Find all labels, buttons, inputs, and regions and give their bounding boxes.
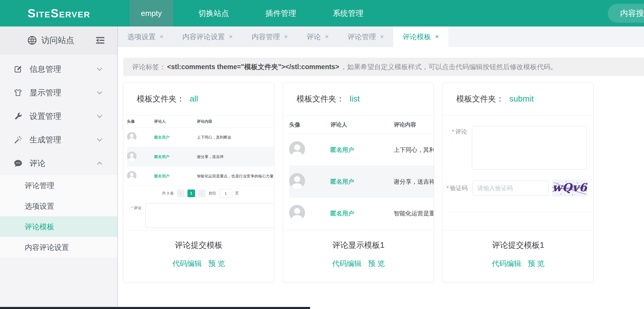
- next-page-button[interactable]: ›: [198, 190, 206, 197]
- comment-content: 上下同心，其利断金: [394, 146, 434, 154]
- comment-textarea[interactable]: [146, 203, 274, 228]
- commenter-name[interactable]: 匿名用户: [154, 135, 197, 140]
- captcha-image[interactable]: wQv6: [552, 180, 587, 197]
- preview-table-header: 头像 评论人 评论内容: [289, 115, 434, 134]
- nav-item-system-management[interactable]: 系统管理: [322, 0, 375, 26]
- tab-close-icon[interactable]: ×: [229, 33, 233, 41]
- stl-comments-tag: <stl:comments theme="模板文件夹"></stl:commen…: [167, 62, 339, 72]
- folder-label: 模板文件夹：: [137, 94, 185, 104]
- commenter-name[interactable]: 匿名用户: [330, 210, 394, 217]
- comment-form-row: *评论: [452, 126, 593, 170]
- card-header: 模板文件夹： submit: [443, 83, 593, 115]
- visit-site[interactable]: 访问站点: [0, 26, 117, 54]
- tab-comment-template[interactable]: 评论模板 ×: [393, 26, 448, 47]
- template-card-list: 模板文件夹： list 头像 评论人 评论内容 匿名用户 上下同心，其利断金: [283, 82, 434, 283]
- template-card-all: 模板文件夹： all 头像 评论人 评论内容 匿名用户 上下同心，其利断金: [123, 82, 274, 283]
- comment-content: 智能化运营是重点，也是行业竞争的核心力量: [197, 174, 274, 179]
- tab-label: 选项设置: [127, 32, 156, 41]
- commenter-name[interactable]: 匿名用户: [154, 154, 197, 160]
- avatar: [127, 132, 136, 142]
- wrench-icon: [13, 112, 23, 121]
- comment-content: 智能化运营是重点，也是行业竞争的核心力量: [394, 210, 434, 217]
- nav-item-empty[interactable]: empty: [130, 0, 173, 26]
- folder-value-link[interactable]: submit: [509, 94, 533, 104]
- sidebar-item-generate-management[interactable]: 生成管理: [0, 128, 117, 152]
- commenter-name[interactable]: 匿名用户: [154, 174, 197, 179]
- captcha-input[interactable]: [472, 180, 549, 196]
- chevron-up-icon: [97, 162, 103, 165]
- tab-bar: 选项设置 × 内容评论设置 × 内容管理 × 评论 × 评论管理 × 评论模板 …: [118, 26, 644, 47]
- commenter-name[interactable]: 匿名用户: [330, 178, 394, 186]
- submenu-item-comment-template[interactable]: 评论模板: [0, 216, 117, 237]
- tab-close-icon[interactable]: ×: [325, 33, 329, 41]
- content-search-button[interactable]: 内容搜: [608, 4, 644, 23]
- chevron-down-icon: [97, 91, 103, 94]
- tab-option-settings[interactable]: 选项设置 ×: [118, 26, 173, 47]
- preview-link[interactable]: 预 览: [368, 259, 385, 268]
- tab-close-icon[interactable]: ×: [284, 33, 288, 41]
- preview-link[interactable]: 预 览: [208, 259, 225, 268]
- card-header: 模板文件夹： all: [123, 83, 274, 115]
- tab-close-icon[interactable]: ×: [380, 33, 384, 41]
- code-edit-link[interactable]: 代码编辑: [492, 259, 521, 268]
- tab-label: 评论模板: [403, 32, 431, 41]
- magic-wand-icon: [13, 135, 23, 144]
- sidebar-item-comments[interactable]: 评论: [0, 152, 117, 175]
- goto-page-input[interactable]: [219, 189, 232, 198]
- comments-submenu: 评论管理 选项设置 评论模板 内容评论设置: [0, 175, 117, 258]
- divider: [448, 212, 593, 212]
- comment-textarea[interactable]: [472, 126, 587, 170]
- submenu-item-option-settings[interactable]: 选项设置: [0, 196, 117, 216]
- tab-close-icon[interactable]: ×: [160, 33, 164, 41]
- avatar: [289, 205, 305, 221]
- template-preview-all: 头像 评论人 评论内容 匿名用户 上下同心，其利断金 匿名用户 谢分享，送吉祥: [123, 115, 274, 230]
- preview-table-header: 头像 评论人 评论内容: [127, 115, 274, 128]
- folder-label: 模板文件夹：: [297, 94, 344, 104]
- nav-item-switch-site[interactable]: 切换站点: [187, 0, 240, 26]
- edit-icon: [13, 65, 23, 74]
- tab-label: 内容管理: [252, 32, 280, 41]
- commenter-name[interactable]: 匿名用户: [330, 146, 394, 154]
- template-cards: 模板文件夹： all 头像 评论人 评论内容 匿名用户 上下同心，其利断金: [123, 82, 644, 283]
- folder-value-link[interactable]: all: [190, 94, 198, 104]
- tab-content-management[interactable]: 内容管理 ×: [242, 26, 297, 47]
- chevron-down-icon: [97, 138, 103, 142]
- code-edit-link[interactable]: 代码编辑: [332, 259, 362, 268]
- tab-content-comment-settings[interactable]: 内容评论设置 ×: [173, 26, 242, 47]
- code-edit-link[interactable]: 代码编辑: [172, 259, 202, 268]
- globe-icon: [27, 35, 37, 45]
- table-row: 匿名用户 上下同心，其利断金: [127, 128, 274, 147]
- avatar: [289, 173, 305, 189]
- tab-label: 评论管理: [347, 32, 376, 41]
- sidebar-menu: 信息管理 显示管理 设置管理: [0, 54, 117, 258]
- card-header: 模板文件夹： list: [283, 83, 434, 115]
- card-footer: 评论显示模板1 代码编辑 预 览: [283, 230, 434, 268]
- comment-content: 谢分享，送吉祥: [197, 154, 274, 160]
- sidebar-item-settings-management[interactable]: 设置管理: [0, 104, 117, 128]
- folder-value-link[interactable]: list: [350, 94, 360, 104]
- page-unit-label: 页: [235, 191, 239, 196]
- tab-comments[interactable]: 评论 ×: [297, 26, 338, 47]
- tab-label: 内容评论设置: [182, 32, 225, 41]
- template-title: 评论提交模板: [123, 240, 274, 250]
- column-content: 评论内容: [197, 119, 274, 124]
- tab-label: 评论: [307, 32, 321, 41]
- top-nav: empty 切换站点 插件管理 系统管理: [130, 0, 389, 26]
- submenu-item-content-comment-settings[interactable]: 内容评论设置: [0, 237, 117, 258]
- tab-comment-management[interactable]: 评论管理 ×: [338, 26, 393, 47]
- nav-item-plugin-management[interactable]: 插件管理: [254, 0, 307, 26]
- card-footer: 评论提交模板1 代码编辑 预 览: [443, 230, 593, 268]
- sidebar-item-info-management[interactable]: 信息管理: [0, 57, 117, 81]
- notice-prefix: 评论标签：: [132, 62, 166, 72]
- logo[interactable]: SiteServer: [0, 7, 118, 20]
- sidebar-item-display-management[interactable]: 显示管理: [0, 81, 117, 104]
- tab-close-icon[interactable]: ×: [435, 33, 439, 41]
- table-row: 匿名用户 谢分享，送吉祥: [289, 166, 434, 198]
- submenu-item-comment-management[interactable]: 评论管理: [0, 175, 117, 196]
- prev-page-button[interactable]: ‹: [177, 190, 185, 197]
- collapse-sidebar-icon[interactable]: [95, 36, 105, 44]
- notice-suffix: ，如果希望自定义模板样式，可以点击代码编辑按钮然后修改模板代码。: [340, 62, 557, 72]
- current-page-button[interactable]: 1: [187, 190, 195, 197]
- preview-link[interactable]: 预 览: [528, 259, 545, 268]
- bottom-edge-strip: [0, 307, 310, 309]
